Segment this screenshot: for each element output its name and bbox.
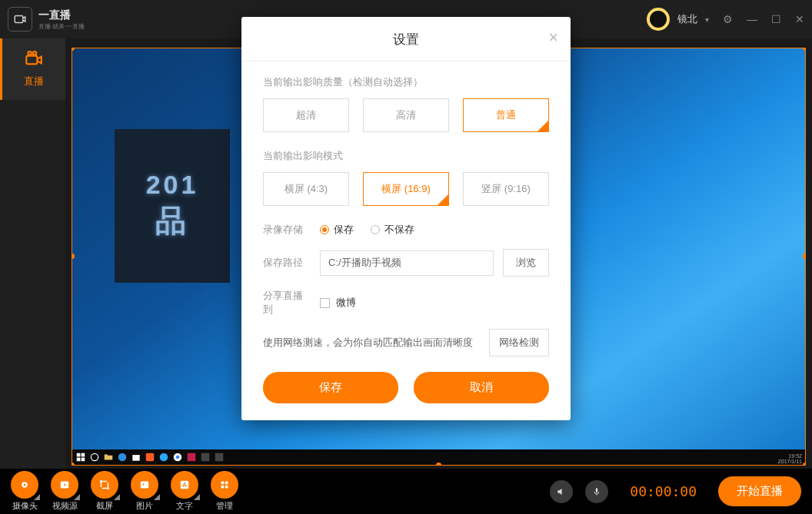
svg-point-12 [160,453,168,462]
sidebar-item-label: 直播 [24,75,44,88]
start-stream-button[interactable]: 开始直播 [718,476,801,506]
resize-handle[interactable] [803,463,806,466]
svg-rect-15 [188,453,196,462]
radio-dot-icon [320,225,329,234]
tool-image[interactable]: 图片 [131,471,158,512]
maximize-button[interactable]: ☐ [771,13,781,25]
svg-rect-5 [82,453,85,457]
svg-rect-16 [201,453,210,462]
tool-label: 截屏 [96,500,113,512]
save-button[interactable]: 保存 [263,372,398,403]
tool-label: 图片 [136,500,153,512]
svg-point-19 [24,484,26,486]
user-area[interactable]: 镜北 ▾ [647,8,709,31]
checkbox-weibo[interactable]: 微博 [320,296,356,310]
resize-handle[interactable] [436,463,441,466]
app-icon-2 [200,452,211,463]
quality-options: 超清高清普通 [263,98,549,132]
storage-label: 录像存储 [263,223,311,237]
tool-label: 管理 [216,500,233,512]
resize-handle[interactable] [72,48,75,51]
settings-modal: 设置 × 当前输出影响质量（检测自动选择） 超清高清普通 当前输出影响模式 横屏… [241,17,571,420]
svg-rect-21 [141,482,149,489]
svg-point-3 [33,51,36,55]
store-icon [131,452,141,463]
share-label: 分享直播到 [263,289,311,317]
chrome-icon [172,452,183,463]
svg-rect-27 [221,486,225,489]
svg-point-2 [28,51,31,55]
tool-camera[interactable]: 摄像头 [11,471,38,512]
chevron-down-icon: ▾ [705,15,709,24]
radio-label: 不保存 [384,223,414,237]
resize-handle[interactable] [803,254,806,259]
tool-video-source[interactable]: 视频源 [51,471,78,512]
qq-icon [158,452,169,463]
path-label: 保存路径 [263,256,311,270]
caret-icon [154,494,160,500]
svg-rect-11 [146,453,155,462]
svg-rect-10 [132,455,139,461]
browse-button[interactable]: 浏览 [503,249,549,277]
checkbox-label: 微博 [336,296,356,310]
mode-label: 当前输出影响模式 [263,149,549,163]
svg-point-9 [118,453,127,462]
svg-rect-29 [596,488,597,492]
mic-button[interactable] [585,480,608,503]
username: 镜北 [677,12,697,26]
radio-save[interactable]: 保存 [320,223,354,237]
tool-manage[interactable]: 管理 [211,471,238,512]
minimize-button[interactable]: — [747,13,757,25]
caret-icon [74,494,80,500]
svg-text:A: A [182,482,187,489]
edge-icon [117,452,128,463]
taskbar-time: 19:52 [778,453,802,459]
timer: 00:00:00 [630,483,697,499]
app-tagline: 直播·就来·一直播 [38,22,85,31]
svg-rect-7 [82,458,85,462]
svg-rect-25 [221,482,225,485]
tool-capture[interactable]: 截屏 [91,471,118,512]
poster-line1: 201 [146,170,199,200]
quality-option[interactable]: 高清 [363,98,449,132]
speaker-button[interactable] [550,480,573,503]
mode-option[interactable]: 横屏 (16:9) [363,172,449,206]
svg-rect-28 [225,486,228,489]
svg-point-8 [91,453,98,460]
path-input[interactable] [320,250,494,276]
svg-point-22 [142,483,144,485]
preview-poster: 201 品 [115,129,230,283]
app-name: 一直播 [38,8,85,22]
tool-label: 视频源 [52,500,78,512]
radio-nosave[interactable]: 不保存 [371,223,414,237]
resize-handle[interactable] [803,48,806,51]
close-button[interactable]: ✕ [795,13,804,25]
folder-icon [103,452,114,463]
settings-icon[interactable]: ⚙ [723,13,733,25]
radio-label: 保存 [334,223,354,237]
bottombar: 摄像头 视频源 截屏 图片 A 文字 管理 00:00:00 开始直播 [0,469,812,514]
quality-option[interactable]: 超清 [263,98,349,132]
quality-option[interactable]: 普通 [463,98,549,132]
music-icon [145,452,155,463]
taskbar-date: 2017/1/11 [778,459,802,464]
mode-option[interactable]: 竖屏 (9:16) [463,172,549,206]
tool-label: 摄像头 [12,500,38,512]
logo-icon [8,7,32,32]
cortana-icon [89,452,100,463]
net-detect-button[interactable]: 网络检测 [489,329,549,356]
sidebar-item-live[interactable]: 直播 [0,38,65,100]
windows-start-icon [75,452,86,463]
avatar[interactable] [647,8,670,31]
close-icon[interactable]: × [548,29,558,46]
cancel-button[interactable]: 取消 [414,372,549,403]
caret-icon [34,494,40,500]
svg-rect-4 [77,453,81,457]
checkbox-icon [320,298,330,308]
mode-option[interactable]: 横屏 (4:3) [263,172,349,206]
svg-rect-1 [26,56,37,65]
resize-handle[interactable] [72,463,75,466]
caret-icon [194,494,200,500]
tool-text[interactable]: A 文字 [171,471,198,512]
resize-handle[interactable] [72,254,75,259]
